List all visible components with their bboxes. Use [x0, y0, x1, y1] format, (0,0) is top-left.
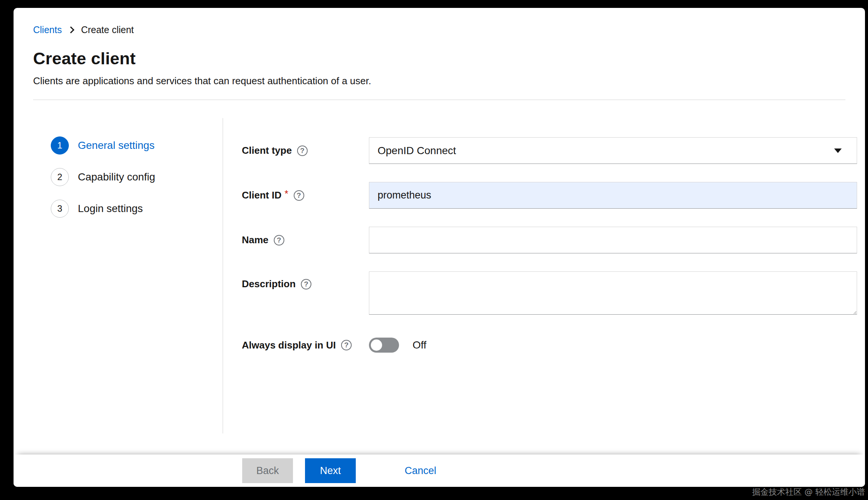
client-type-select[interactable]: OpenID Connect: [369, 137, 857, 164]
wizard-divider: [223, 118, 223, 433]
description-textarea[interactable]: [369, 271, 857, 315]
name-label-cell: Name: [242, 234, 369, 246]
step-number-badge: 2: [51, 168, 69, 186]
help-icon[interactable]: [341, 340, 352, 350]
always-display-toggle[interactable]: [369, 338, 399, 353]
general-settings-form: Client type OpenID Connect Client ID *: [223, 100, 865, 471]
help-icon[interactable]: [301, 279, 311, 289]
breadcrumb: Clients Create client: [33, 24, 845, 35]
required-asterisk: *: [284, 188, 288, 200]
breadcrumb-current: Create client: [81, 24, 134, 35]
always-display-row: Always display in UI Off: [242, 338, 857, 353]
name-input[interactable]: [369, 227, 857, 253]
step-label: General settings: [78, 139, 155, 152]
wizard-nav: 1 General settings 2 Capability config 3…: [14, 100, 223, 471]
help-icon[interactable]: [297, 145, 308, 156]
always-display-label-cell: Always display in UI: [242, 339, 369, 351]
page-title: Create client: [33, 49, 845, 68]
back-button[interactable]: Back: [242, 458, 293, 483]
name-label: Name: [242, 234, 269, 246]
chevron-down-icon: [834, 148, 842, 153]
always-display-control: Off: [369, 338, 857, 353]
client-type-selected-value: OpenID Connect: [378, 145, 456, 157]
step-number-badge: 3: [51, 200, 69, 218]
wizard-step-capability-config[interactable]: 2 Capability config: [51, 168, 223, 186]
client-id-control: [369, 182, 857, 209]
description-row: Description: [242, 271, 857, 316]
wizard-step-general-settings[interactable]: 1 General settings: [51, 136, 223, 155]
breadcrumb-chevron-icon: [68, 26, 74, 33]
client-id-row: Client ID *: [242, 182, 857, 209]
page-subtitle: Clients are applications and services th…: [33, 75, 845, 87]
name-row: Name: [242, 227, 857, 253]
help-icon[interactable]: [274, 235, 284, 245]
wizard-footer: Back Next Cancel: [14, 455, 865, 487]
client-id-input[interactable]: [369, 182, 857, 209]
step-number-badge: 1: [51, 136, 69, 155]
toggle-knob: [371, 339, 382, 351]
page-header: Clients Create client Create client Clie…: [14, 8, 865, 100]
step-label: Login settings: [78, 203, 143, 215]
client-type-label-cell: Client type: [242, 145, 369, 156]
client-id-label-cell: Client ID *: [242, 189, 369, 201]
watermark-text: 掘金技术社区 @ 轻松运维小谱: [752, 486, 865, 498]
client-type-label: Client type: [242, 145, 292, 156]
description-control: [369, 271, 857, 316]
name-control: [369, 227, 857, 253]
always-display-label: Always display in UI: [242, 339, 336, 351]
page-body: 1 General settings 2 Capability config 3…: [14, 100, 865, 471]
toggle-state-text: Off: [413, 339, 426, 351]
wizard-step-login-settings[interactable]: 3 Login settings: [51, 200, 223, 218]
step-label: Capability config: [78, 171, 155, 183]
description-label-cell: Description: [242, 271, 369, 290]
next-button[interactable]: Next: [305, 458, 356, 483]
client-type-row: Client type OpenID Connect: [242, 137, 857, 164]
client-id-label: Client ID: [242, 189, 281, 201]
breadcrumb-link-clients[interactable]: Clients: [33, 24, 62, 35]
help-icon[interactable]: [294, 190, 304, 201]
create-client-page: Clients Create client Create client Clie…: [14, 8, 865, 487]
description-label: Description: [242, 278, 296, 290]
client-type-control: OpenID Connect: [369, 137, 857, 164]
cancel-button[interactable]: Cancel: [405, 465, 436, 477]
